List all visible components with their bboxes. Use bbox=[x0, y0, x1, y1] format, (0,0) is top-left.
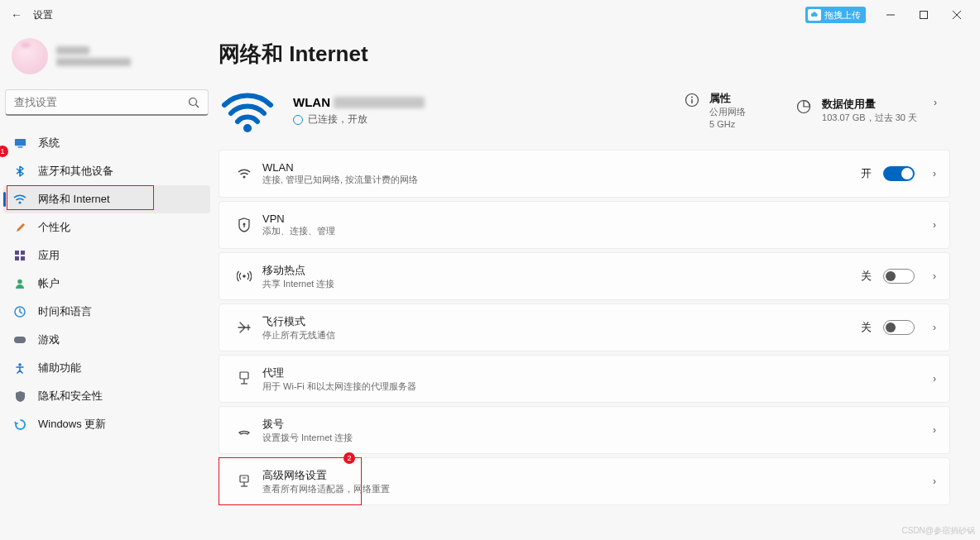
drag-upload-badge[interactable]: 拖拽上传 bbox=[805, 7, 866, 23]
watermark: CSDN@参宿捎砂锅 bbox=[902, 525, 976, 537]
card-subtitle: 添加、连接、管理 bbox=[262, 225, 335, 237]
card-subtitle: 停止所有无线通信 bbox=[262, 329, 335, 342]
svg-line-8 bbox=[196, 104, 199, 108]
main-content: 网络和 Internet WLAN 已连接，开放 bbox=[214, 30, 980, 540]
toggle-state-label: 关 bbox=[861, 269, 872, 284]
network-hero: WLAN 已连接，开放 属性 公用网络 5 GHz bbox=[214, 82, 950, 150]
sidebar-item-6[interactable]: 时间和语言 bbox=[0, 298, 214, 326]
svg-rect-9 bbox=[14, 138, 25, 145]
annotation-badge: 2 bbox=[343, 452, 355, 464]
person-icon bbox=[13, 278, 26, 289]
svg-rect-32 bbox=[240, 475, 248, 482]
data-usage-title: 数据使用量 bbox=[822, 97, 917, 112]
chevron-right-icon: › bbox=[933, 322, 936, 333]
settings-card-5[interactable]: 拨号设置拨号 Internet 连接› bbox=[219, 406, 950, 454]
wifi-icon bbox=[13, 194, 26, 205]
data-usage-icon bbox=[795, 98, 812, 115]
sidebar-item-1[interactable]: 蓝牙和其他设备1 bbox=[0, 157, 214, 185]
monitor-icon bbox=[13, 137, 26, 150]
sidebar-item-10[interactable]: Windows 更新 bbox=[0, 410, 214, 438]
settings-cards: WLAN连接, 管理已知网络, 按流量计费的网络开›VPN添加、连接、管理›移动… bbox=[214, 150, 950, 505]
chevron-right-icon: › bbox=[933, 219, 936, 231]
svg-point-2 bbox=[813, 12, 816, 15]
settings-card-2[interactable]: 移动热点共享 Internet 连接关› bbox=[219, 252, 950, 300]
proxy-icon bbox=[231, 370, 257, 387]
drag-upload-label: 拖拽上传 bbox=[824, 9, 861, 22]
wlan-status: 已连接，开放 bbox=[308, 112, 368, 127]
dialup-icon bbox=[231, 424, 257, 436]
svg-point-20 bbox=[243, 124, 252, 132]
sidebar-item-2[interactable]: 网络和 Internet bbox=[3, 185, 210, 213]
card-subtitle: 共享 Internet 连接 bbox=[262, 278, 334, 290]
card-subtitle: 用于 Wi-Fi 和以太网连接的代理服务器 bbox=[262, 380, 416, 393]
chevron-right-icon: › bbox=[933, 168, 936, 179]
sidebar-item-8[interactable]: 辅助功能 bbox=[0, 354, 214, 382]
titlebar: ← 设置 拖拽上传 bbox=[0, 0, 980, 30]
settings-card-1[interactable]: VPN添加、连接、管理› bbox=[219, 201, 950, 249]
settings-card-4[interactable]: 代理用于 Wi-Fi 和以太网连接的代理服务器› bbox=[219, 355, 950, 403]
sidebar-item-9[interactable]: 隐私和安全性 bbox=[0, 382, 214, 410]
card-title: 拨号 bbox=[262, 417, 353, 432]
sidebar-item-label: 帐户 bbox=[38, 276, 60, 291]
sidebar-item-4[interactable]: 应用 bbox=[0, 241, 214, 270]
settings-card-6[interactable]: 高级网络设置查看所有网络适配器，网络重置›2 bbox=[219, 457, 950, 505]
wifi-large-icon bbox=[219, 87, 276, 135]
chevron-right-icon: › bbox=[933, 270, 936, 282]
close-button[interactable] bbox=[940, 3, 973, 26]
data-usage-link[interactable]: 数据使用量 103.07 GB，过去 30 天 › bbox=[795, 97, 937, 124]
chevron-right-icon: › bbox=[933, 475, 936, 487]
accessibility-icon bbox=[13, 362, 26, 374]
chevron-right-icon: › bbox=[933, 424, 936, 436]
maximize-button[interactable] bbox=[907, 3, 940, 26]
globe-icon bbox=[293, 115, 303, 125]
cloud-icon bbox=[808, 9, 821, 21]
sidebar-item-label: 系统 bbox=[38, 136, 60, 151]
card-title: 代理 bbox=[262, 366, 416, 380]
toggle-switch[interactable] bbox=[883, 166, 915, 181]
svg-rect-14 bbox=[15, 256, 19, 260]
card-title: 高级网络设置 bbox=[262, 468, 390, 483]
profile[interactable] bbox=[0, 33, 214, 89]
sidebar-item-label: 隐私和安全性 bbox=[38, 389, 103, 404]
svg-rect-15 bbox=[21, 256, 25, 260]
info-icon bbox=[685, 93, 699, 108]
sidebar-item-5[interactable]: 帐户 bbox=[0, 270, 214, 298]
settings-card-3[interactable]: 飞行模式停止所有无线通信关› bbox=[219, 303, 950, 351]
svg-point-7 bbox=[190, 98, 197, 105]
minimize-button[interactable] bbox=[874, 3, 907, 26]
update-icon bbox=[13, 418, 26, 431]
chevron-right-icon: › bbox=[933, 373, 936, 385]
sidebar-item-label: 辅助功能 bbox=[38, 361, 81, 375]
properties-line1: 公用网络 bbox=[709, 106, 746, 118]
settings-card-0[interactable]: WLAN连接, 管理已知网络, 按流量计费的网络开› bbox=[219, 150, 950, 198]
sidebar-item-label: 时间和语言 bbox=[38, 304, 92, 319]
bluetooth-icon bbox=[13, 165, 26, 177]
sidebar-item-label: 个性化 bbox=[38, 220, 70, 235]
properties-line2: 5 GHz bbox=[709, 118, 746, 131]
properties-link[interactable]: 属性 公用网络 5 GHz bbox=[685, 91, 746, 131]
toggle-state-label: 关 bbox=[861, 320, 872, 335]
wlan-ssid-redacted bbox=[334, 97, 425, 108]
vpn-shield-icon bbox=[231, 217, 257, 232]
wifi-icon bbox=[231, 168, 257, 179]
sidebar: 系统蓝牙和其他设备1网络和 Internet个性化应用帐户时间和语言游戏辅助功能… bbox=[0, 30, 214, 540]
card-subtitle: 查看所有网络适配器，网络重置 bbox=[262, 483, 390, 495]
sidebar-item-7[interactable]: 游戏 bbox=[0, 326, 214, 354]
toggle-switch[interactable] bbox=[883, 269, 915, 284]
back-button[interactable]: ← bbox=[7, 8, 26, 22]
toggle-switch[interactable] bbox=[883, 320, 915, 335]
brush-icon bbox=[13, 222, 26, 233]
card-subtitle: 连接, 管理已知网络, 按流量计费的网络 bbox=[262, 174, 418, 186]
svg-rect-13 bbox=[21, 251, 25, 255]
svg-rect-4 bbox=[920, 12, 928, 19]
clock-lang-icon bbox=[13, 306, 26, 318]
sidebar-item-label: 游戏 bbox=[38, 332, 60, 347]
sidebar-item-3[interactable]: 个性化 bbox=[0, 213, 214, 241]
shield-icon bbox=[13, 390, 26, 403]
properties-title: 属性 bbox=[709, 91, 746, 106]
search-input[interactable] bbox=[14, 96, 188, 108]
card-title: VPN bbox=[262, 213, 335, 225]
search-input-wrap[interactable] bbox=[5, 89, 209, 116]
sidebar-item-0[interactable]: 系统 bbox=[0, 129, 214, 157]
window-title: 设置 bbox=[33, 8, 53, 22]
